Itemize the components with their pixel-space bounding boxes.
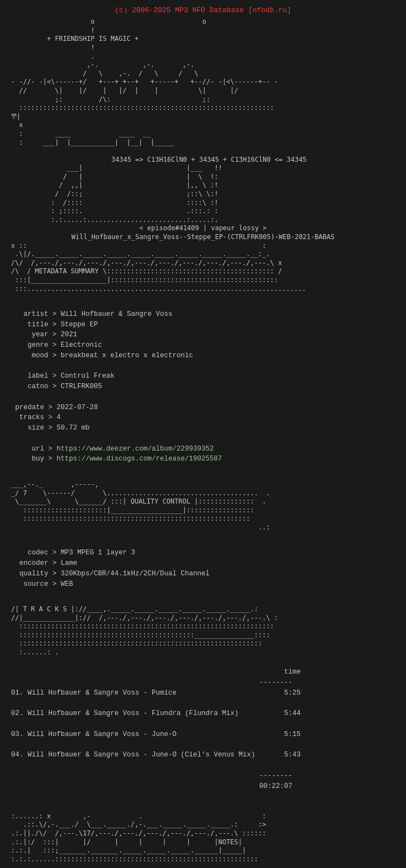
copyright-line: (c) 2006-2025 MP3 NFO Database [nfodb.ru…	[11, 6, 395, 15]
top-ascii-art: o o ! + FRIENDSHIP IS MAGIC + ! .	[11, 18, 395, 61]
formula-line: 34345 => C13H16ClN0 + 34345 + C13H16ClN0…	[11, 156, 395, 165]
track-01: 01. Will Hofbauer & Sangre Voss - Pumice…	[11, 689, 301, 697]
track-02: 02. Will Hofbauer & Sangre Voss - Flundr…	[11, 710, 301, 717]
mood-value: breakbeat x electro x electronic	[61, 352, 193, 359]
total-time: 00:22:07	[11, 781, 395, 792]
genre-value: Electronic	[61, 341, 102, 349]
size-value: 50.72 mb	[57, 424, 90, 432]
buy-value: https://www.discogs.com/release/19025587	[57, 455, 222, 463]
url-label: url >	[11, 445, 57, 453]
predate-label: predate >	[11, 404, 57, 411]
deco-art-2: ___| |___ !! / | | \ !: / ,,| |,, \ :! /…	[11, 164, 395, 224]
encoder-label: encoder >	[11, 559, 61, 567]
release-name: Will_Hofbauer_x_Sangre_Voss--Steppe_EP-(…	[11, 233, 395, 242]
table-row: 01. Will Hofbauer & Sangre Voss - Pumice…	[11, 688, 395, 698]
url-value: https://www.deezer.com/album/229939352	[57, 445, 214, 453]
deco-art-1: ,-. ,-. ,-. / \ ,-. / \ / \ - -//- -|<\-…	[11, 61, 395, 156]
mood-label: mood >	[11, 352, 61, 359]
track-04: 04. Will Hofbauer & Sangre Voss - June-O…	[11, 751, 301, 759]
episode-line: < episode#41409 | vapeur lossy >	[11, 224, 395, 233]
quality-content: codec > MP3 MPEG 1 layer 3 encoder > Lam…	[11, 538, 395, 600]
quality-banner: ___,--._ ,-----, _/ 7 \------/ \........…	[11, 480, 395, 532]
tracklist-container: time -------- 01. Will Hofbauer & Sangre…	[11, 657, 395, 812]
time-header: time --------	[11, 668, 301, 686]
total-time-separator: --------	[11, 772, 292, 780]
codec-value: MP3 MPEG 1 layer 3	[61, 549, 135, 557]
label-label: label >	[11, 372, 61, 380]
table-row: 03. Will Hofbauer & Sangre Voss - June-O…	[11, 729, 395, 740]
table-row: 04. Will Hofbauer & Sangre Voss - June-O…	[11, 750, 395, 760]
quality-value: 320Kbps/CBR/44.1kHz/2CH/Dual Channel	[61, 570, 210, 578]
encoder-value: Lame	[61, 559, 77, 567]
tracks-label: tracks >	[11, 414, 57, 421]
artist-label: artist >	[11, 310, 61, 318]
predate-value: 2022-07-28	[57, 404, 98, 411]
title-label: title >	[11, 321, 61, 329]
buy-label: buy >	[11, 455, 57, 463]
tracks-value: 4	[57, 414, 61, 421]
artist-value: Will Hofbauer & Sangre Voss	[61, 310, 173, 318]
source-label: source >	[11, 580, 61, 588]
source-value: WEB	[61, 580, 73, 588]
metadata-banner: x :: : .\|/._____._____._____._____.____…	[11, 242, 395, 294]
page-container: (c) 2006-2025 MP3 NFO Database [nfodb.ru…	[11, 6, 395, 868]
table-row: 02. Will Hofbauer & Sangre Voss - Flundr…	[11, 708, 395, 719]
year-value: 2021	[61, 331, 77, 338]
notes-banner: :......: x ,- . : .::.\/,-.___./ \___.__…	[11, 812, 395, 864]
catno-value: CTRLFRK005	[61, 383, 102, 390]
metadata-content: artist > Will Hofbauer & Sangre Voss tit…	[11, 299, 395, 475]
track-03: 03. Will Hofbauer & Sangre Voss - June-O…	[11, 731, 301, 738]
year-label: year >	[11, 331, 61, 338]
catno-label: catno >	[11, 383, 61, 390]
genre-label: genre >	[11, 341, 61, 349]
tracks-banner: /| T R A C K S |://____,._____._____.___…	[11, 605, 395, 657]
codec-label: codec >	[11, 549, 61, 557]
quality-label: quality >	[11, 570, 61, 578]
size-label: size >	[11, 424, 57, 432]
label-value: Control Freak	[61, 372, 115, 380]
title-value: Steppe EP	[61, 321, 98, 329]
